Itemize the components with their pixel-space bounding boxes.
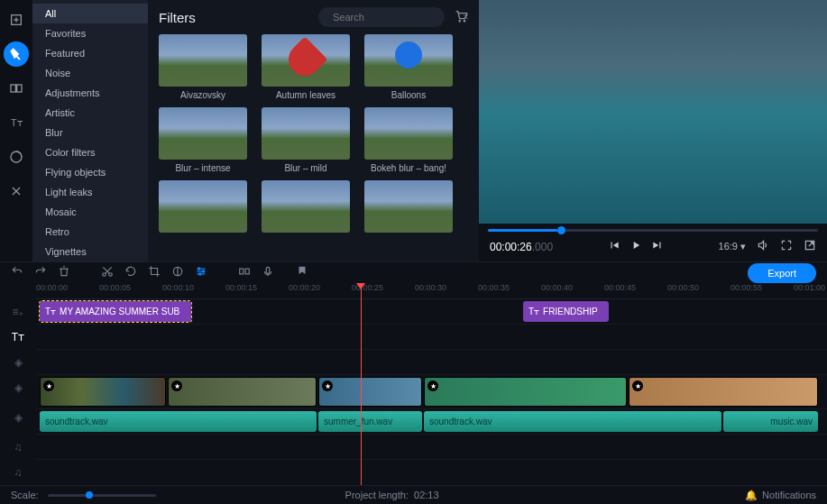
filter-thumb <box>364 34 453 87</box>
delete-icon[interactable] <box>58 265 70 280</box>
video-clip[interactable]: ★ <box>629 377 818 407</box>
search-input[interactable] <box>333 12 457 23</box>
video-track[interactable]: ★ ★ ★ ★ ★ <box>36 375 827 409</box>
filter-item[interactable]: Autumn leaves <box>262 34 350 100</box>
transition-wizard-icon[interactable] <box>238 265 251 280</box>
video-clip[interactable]: ★ <box>424 377 627 407</box>
next-icon[interactable] <box>651 239 664 254</box>
ruler[interactable]: 00:00:00 00:00:05 00:00:10 00:00:15 00:0… <box>36 283 827 299</box>
sidebar-item-adjustments[interactable]: Adjustments <box>32 83 148 103</box>
progress-fill <box>488 229 557 232</box>
cart-icon[interactable] <box>454 9 468 26</box>
overlay-track[interactable] <box>36 325 827 350</box>
filter-thumb <box>159 107 247 160</box>
record-icon[interactable] <box>262 265 274 280</box>
audio-linked-track[interactable]: soundtrack.wav summer_fun.wav soundtrack… <box>36 409 827 435</box>
audio-track-icon[interactable]: ♫ <box>0 460 36 485</box>
star-icon[interactable]: ★ <box>171 380 182 391</box>
title-clip[interactable]: Tᴛ MY AMAZING SUMMER SUB <box>40 301 191 322</box>
scale-knob[interactable] <box>86 491 93 499</box>
marker-icon[interactable] <box>296 265 308 280</box>
sidebar-item-blur[interactable]: Blur <box>32 123 148 142</box>
progress-knob[interactable] <box>557 226 565 234</box>
volume-icon[interactable] <box>757 239 769 254</box>
sidebar-item-all[interactable]: All <box>32 4 148 23</box>
notifications-button[interactable]: 🔔 Notifications <box>745 490 816 501</box>
filter-item[interactable]: Balloons <box>364 34 453 100</box>
color-icon[interactable] <box>171 265 184 280</box>
video-track-icon[interactable]: ◈ <box>0 400 36 435</box>
export-button[interactable]: Export <box>748 263 816 283</box>
star-icon[interactable]: ★ <box>427 380 438 391</box>
sidebar-item-noise[interactable]: Noise <box>32 63 148 83</box>
import-icon[interactable] <box>4 7 29 32</box>
add-track-icon[interactable]: ≡₊ <box>0 299 36 325</box>
star-icon[interactable]: ★ <box>632 380 643 391</box>
timeline[interactable]: 00:00:00 00:00:05 00:00:10 00:00:15 00:0… <box>36 283 827 485</box>
filter-item[interactable]: Aivazovsky <box>159 34 247 100</box>
overlay2-track-icon[interactable]: ◈ <box>0 375 36 400</box>
video-clip[interactable]: ★ <box>168 377 317 407</box>
cut-icon[interactable] <box>101 265 114 280</box>
audio-clip-label: soundtrack.wav <box>45 417 107 426</box>
timeline-wrap: ≡₊ Tᴛ ◈ ◈ ◈ ♫ ♫ 00:00:00 00:00:05 00:00:… <box>0 283 827 485</box>
title-track[interactable]: Tᴛ MY AMAZING SUMMER SUB Tᴛ FRIENDSHIP <box>36 299 827 325</box>
filter-item[interactable]: Bokeh blur – bang! <box>364 107 453 173</box>
fullscreen-icon[interactable] <box>780 239 793 254</box>
bell-icon: 🔔 <box>745 490 758 501</box>
transitions-icon[interactable] <box>4 76 29 101</box>
overlay-track-icon[interactable]: ◈ <box>0 350 36 375</box>
audio-clip[interactable]: soundtrack.wav <box>424 411 721 432</box>
filters-title: Filters <box>159 10 196 25</box>
popout-icon[interactable] <box>804 239 816 254</box>
adjust-icon[interactable] <box>195 265 207 280</box>
sidebar-item-retro[interactable]: Retro <box>32 222 148 242</box>
filter-item[interactable]: Blur – mild <box>262 107 350 173</box>
play-icon[interactable] <box>629 239 642 254</box>
title-track-icon[interactable]: Tᴛ <box>0 325 36 350</box>
sidebar-item-featured[interactable]: Featured <box>32 43 148 63</box>
tools-icon[interactable] <box>4 179 29 204</box>
rotate-icon[interactable] <box>124 265 137 280</box>
aspect-selector[interactable]: 16:9 ▾ <box>719 241 746 252</box>
filter-item[interactable] <box>364 180 453 233</box>
star-icon[interactable]: ★ <box>322 380 333 391</box>
sidebar-item-flying-objects[interactable]: Flying objects <box>32 162 148 182</box>
preview-progress[interactable] <box>479 224 827 232</box>
sidebar-item-vignettes[interactable]: Vignettes <box>32 242 148 261</box>
audio-clip[interactable]: summer_fun.wav <box>318 411 422 432</box>
redo-icon[interactable] <box>34 265 47 280</box>
audio-track[interactable] <box>36 435 827 460</box>
audio-clip[interactable]: soundtrack.wav <box>40 411 317 432</box>
filter-item[interactable]: Blur – intense <box>159 107 247 173</box>
title-clip-icon: Tᴛ <box>45 307 56 316</box>
prev-icon[interactable] <box>608 239 620 254</box>
video-clip[interactable]: ★ <box>318 377 422 407</box>
sidebar-item-favorites[interactable]: Favorites <box>32 23 148 43</box>
audio-linked-icon[interactable]: ♫ <box>0 435 36 460</box>
audio-clip[interactable]: music.wav <box>723 411 818 432</box>
preview-video[interactable] <box>479 0 827 224</box>
filters-icon[interactable] <box>4 41 29 67</box>
scale-slider[interactable] <box>48 494 156 497</box>
app-root: Tᴛ All Favorites Featured Noise Adjustme… <box>0 0 827 504</box>
sidebar-item-mosaic[interactable]: Mosaic <box>32 202 148 222</box>
filter-category-sidebar: All Favorites Featured Noise Adjustments… <box>32 0 148 261</box>
filter-label: Balloons <box>364 90 453 100</box>
video-clip[interactable]: ★ <box>40 377 166 407</box>
filter-item[interactable] <box>159 180 247 233</box>
audio-clip-label: music.wav <box>770 417 813 426</box>
crop-icon[interactable] <box>148 265 161 280</box>
overlay-track-2[interactable] <box>36 350 827 375</box>
sidebar-item-artistic[interactable]: Artistic <box>32 103 148 123</box>
filter-item[interactable] <box>262 180 350 233</box>
stickers-icon[interactable] <box>4 144 29 170</box>
undo-icon[interactable] <box>11 265 23 280</box>
titles-icon[interactable]: Tᴛ <box>4 110 29 135</box>
sidebar-item-color-filters[interactable]: Color filters <box>32 142 148 162</box>
title-clip[interactable]: Tᴛ FRIENDSHIP <box>523 301 609 322</box>
star-icon[interactable]: ★ <box>43 380 54 391</box>
progress-track[interactable] <box>488 229 818 232</box>
playhead[interactable] <box>361 283 362 485</box>
sidebar-item-light-leaks[interactable]: Light leaks <box>32 182 148 202</box>
